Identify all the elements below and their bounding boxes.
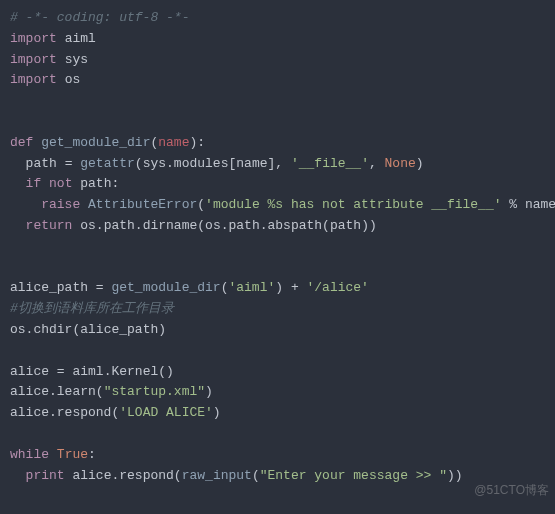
blank-line xyxy=(10,91,545,112)
string: '__file__' xyxy=(291,156,369,171)
keyword-if: if xyxy=(26,176,42,191)
var: alice_path xyxy=(10,280,88,295)
paren: ) xyxy=(205,384,213,399)
code-line: return os.path.dirname(os.path.abspath(p… xyxy=(10,216,545,237)
paren: ) xyxy=(369,218,377,233)
var: path xyxy=(26,156,57,171)
builtin: getattr xyxy=(80,156,135,171)
blank-line xyxy=(10,258,545,279)
paren: ( xyxy=(158,364,166,379)
paren: ( xyxy=(197,197,205,212)
code-line: #切换到语料库所在工作目录 xyxy=(10,299,545,320)
op: + xyxy=(283,280,306,295)
code-line: alice.respond('LOAD ALICE') xyxy=(10,403,545,424)
code-block: # -*- coding: utf-8 -*- import aiml impo… xyxy=(10,8,545,486)
code-line: # -*- coding: utf-8 -*- xyxy=(10,8,545,29)
paren: ) xyxy=(275,280,283,295)
blank-line xyxy=(10,341,545,362)
paren: ( xyxy=(135,156,143,171)
comma: , xyxy=(275,156,291,171)
const-none: None xyxy=(385,156,416,171)
code-line: if not path: xyxy=(10,174,545,195)
paren: ( xyxy=(174,468,182,483)
attr: aiml.Kernel xyxy=(72,364,158,379)
function-name: get_module_dir xyxy=(41,135,150,150)
keyword-def: def xyxy=(10,135,33,150)
attr: alice.respond xyxy=(72,468,173,483)
keyword-while: while xyxy=(10,447,49,462)
op: = xyxy=(49,364,72,379)
paren: ( xyxy=(96,384,104,399)
code-line: import aiml xyxy=(10,29,545,50)
paren: ) xyxy=(158,322,166,337)
string: 'LOAD ALICE' xyxy=(119,405,213,420)
string: "startup.xml" xyxy=(104,384,205,399)
var: alice xyxy=(10,364,49,379)
paren: ( xyxy=(322,218,330,233)
var: name xyxy=(236,156,267,171)
op: % xyxy=(502,197,525,212)
module-name: sys xyxy=(65,52,88,67)
keyword-return: return xyxy=(26,218,73,233)
param: name xyxy=(158,135,189,150)
paren: ) xyxy=(447,468,455,483)
paren: ) xyxy=(213,405,221,420)
attr: alice.respond xyxy=(10,405,111,420)
class-name: AttributeError xyxy=(88,197,197,212)
op: = xyxy=(57,156,80,171)
blank-line xyxy=(10,424,545,445)
code-line: while True: xyxy=(10,445,545,466)
var: path xyxy=(330,218,361,233)
builtin: raw_input xyxy=(182,468,252,483)
var: path xyxy=(80,176,111,191)
op: = xyxy=(88,280,111,295)
code-line: def get_module_dir(name): xyxy=(10,133,545,154)
string: 'aiml' xyxy=(228,280,275,295)
keyword-import: import xyxy=(10,72,57,87)
watermark: @51CTO博客 xyxy=(474,481,549,500)
function-call: get_module_dir xyxy=(111,280,220,295)
var: alice_path xyxy=(80,322,158,337)
paren: ) xyxy=(416,156,424,171)
code-line: path = getattr(sys.modules[name], '__fil… xyxy=(10,154,545,175)
module-name: os xyxy=(65,72,81,87)
comment: # -*- coding: utf-8 -*- xyxy=(10,10,189,25)
code-line: import os xyxy=(10,70,545,91)
code-line: os.chdir(alice_path) xyxy=(10,320,545,341)
comment: #切换到语料库所在工作目录 xyxy=(10,301,174,316)
comma: , xyxy=(369,156,385,171)
attr: os.path.dirname xyxy=(80,218,197,233)
code-line: alice.learn("startup.xml") xyxy=(10,382,545,403)
blank-line xyxy=(10,112,545,133)
colon: : xyxy=(88,447,96,462)
keyword-print: print xyxy=(26,468,65,483)
paren: ) xyxy=(361,218,369,233)
attr: os.chdir xyxy=(10,322,72,337)
string: "Enter your message >> " xyxy=(260,468,447,483)
string: '/alice' xyxy=(306,280,368,295)
code-line: alice_path = get_module_dir('aiml') + '/… xyxy=(10,278,545,299)
paren: ( xyxy=(197,218,205,233)
paren: ( xyxy=(252,468,260,483)
keyword-import: import xyxy=(10,52,57,67)
paren: ) xyxy=(455,468,463,483)
module-name: aiml xyxy=(65,31,96,46)
keyword-not: not xyxy=(49,176,72,191)
attr: os.path.abspath xyxy=(205,218,322,233)
attr: sys.modules xyxy=(143,156,229,171)
keyword-raise: raise xyxy=(41,197,80,212)
const-true: True xyxy=(57,447,88,462)
attr: alice.learn xyxy=(10,384,96,399)
keyword-import: import xyxy=(10,31,57,46)
blank-line xyxy=(10,237,545,258)
code-line: print alice.respond(raw_input("Enter you… xyxy=(10,466,545,487)
paren: ) xyxy=(166,364,174,379)
var: name xyxy=(525,197,555,212)
code-line: import sys xyxy=(10,50,545,71)
string: 'module %s has not attribute __file__' xyxy=(205,197,501,212)
colon: : xyxy=(111,176,119,191)
code-line: raise AttributeError('module %s has not … xyxy=(10,195,545,216)
code-line: alice = aiml.Kernel() xyxy=(10,362,545,383)
colon: : xyxy=(197,135,205,150)
